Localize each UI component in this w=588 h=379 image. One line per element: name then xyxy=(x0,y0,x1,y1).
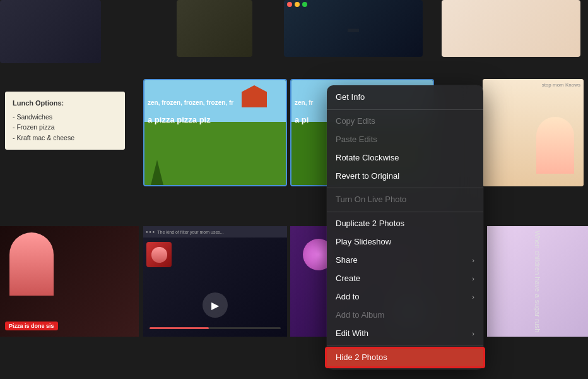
menu-item-label: Paste Edits xyxy=(336,135,377,145)
farm-text: zen, frozen, frozen, frozen, fr xyxy=(148,99,287,106)
menu-item-label: Edit With xyxy=(336,328,368,339)
menu-item-hide-2-photos[interactable]: Hide 2 Photos xyxy=(327,349,483,367)
menu-item-add-to[interactable]: Add to› xyxy=(327,288,483,306)
menu-item-label: Share xyxy=(336,255,358,266)
thumb-bottom-anime[interactable]: Pizza is done sis xyxy=(0,226,139,337)
player-bar: ● ● ● The kind of filter your mom uses..… xyxy=(143,226,287,238)
menu-item-label: Turn On Live Photo xyxy=(336,195,406,205)
menu-item-share[interactable]: Share› xyxy=(327,251,483,270)
menu-item-duplicate-2-photos[interactable]: Duplicate 2 Photos xyxy=(327,215,483,233)
menu-item-label: Add to Album xyxy=(336,310,384,321)
submenu-arrow-icon: › xyxy=(472,329,474,338)
menu-item-label: Add to xyxy=(336,292,360,303)
menu-separator xyxy=(327,212,483,212)
menu-item-label: Rotate Clockwise xyxy=(336,153,399,164)
submenu-arrow-icon: › xyxy=(472,274,474,283)
menu-item-label: Create xyxy=(336,274,360,284)
menu-separator xyxy=(327,188,483,188)
menu-item-copy-edits: Copy Edits xyxy=(327,112,483,131)
menu-item-turn-on-live-photo: Turn On Live Photo xyxy=(327,191,483,209)
note-item-1: - Sandwiches xyxy=(13,112,117,123)
menu-item-label: Copy Edits xyxy=(336,116,375,127)
menu-separator xyxy=(327,346,483,346)
menu-item-revert-to-original[interactable]: Revert to Original xyxy=(327,167,483,186)
menu-item-label: Revert to Original xyxy=(336,171,399,182)
menu-item-edit-with[interactable]: Edit With› xyxy=(327,325,483,343)
note-card: Lunch Options: - Sandwiches - Frozen piz… xyxy=(5,92,125,150)
vertical-text-label: When children have a sugar rush xyxy=(534,231,541,332)
menu-item-rotate-clockwise[interactable]: Rotate Clockwise xyxy=(327,149,483,167)
thumb-bottom-music[interactable]: ● ● ● The kind of filter your mom uses..… xyxy=(143,226,287,337)
thumbnail-top-left[interactable] xyxy=(0,0,101,63)
menu-item-play-slideshow[interactable]: Play Slideshow xyxy=(327,233,483,251)
menu-item-create[interactable]: Create› xyxy=(327,270,483,288)
thumbnail-top-mid[interactable] xyxy=(177,0,252,57)
note-item-2: - Frozen pizza xyxy=(13,122,117,133)
menu-item-get-info[interactable]: Get Info xyxy=(327,88,483,107)
pizza-text: a pizza pizza piz xyxy=(148,115,287,124)
context-menu: Get InfoCopy EditsPaste EditsRotate Cloc… xyxy=(327,85,483,370)
thumb-bottom-right[interactable]: When children have a sugar rush xyxy=(487,226,588,337)
photo-main-1[interactable]: zen, frozen, frozen, frozen, fr a pizza … xyxy=(143,79,287,186)
photo-main-3[interactable]: stop mom Knows xyxy=(483,79,584,186)
note-title: Lunch Options: xyxy=(13,98,117,109)
menu-item-label: Duplicate 2 Photos xyxy=(336,219,404,229)
menu-item-paste-edits: Paste Edits xyxy=(327,131,483,149)
menu-separator xyxy=(327,109,483,110)
menu-item-label: Hide 2 Photos xyxy=(336,352,387,363)
thumbnail-top-right[interactable] xyxy=(442,0,580,57)
submenu-arrow-icon: › xyxy=(472,256,474,265)
menu-item-label: Play Slideshow xyxy=(336,237,391,248)
pizza-label: Pizza is done sis xyxy=(5,322,58,330)
menu-item-add-to-album: Add to Album xyxy=(327,306,483,325)
menu-item-label: Get Info xyxy=(336,92,365,103)
note-item-3: - Kraft mac & cheese xyxy=(13,133,117,143)
thumbnail-top-center[interactable]: ▬ xyxy=(284,0,423,57)
submenu-arrow-icon: › xyxy=(472,292,474,301)
